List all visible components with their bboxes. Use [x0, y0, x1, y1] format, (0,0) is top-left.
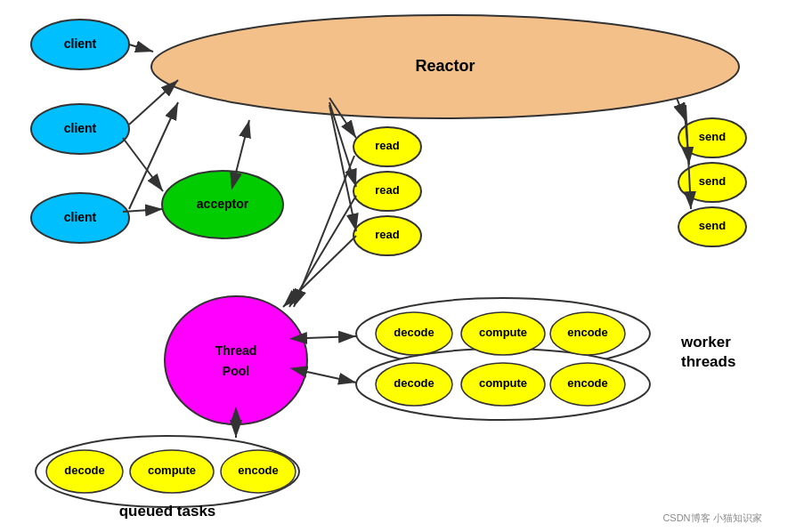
- decode-queued-label: decode: [64, 463, 105, 477]
- thread-pool-label: Thread: [215, 343, 257, 358]
- thread-pool-label2: Pool: [223, 364, 249, 378]
- diagram-svg: Reactor client client client acceptor re…: [0, 0, 812, 532]
- send-label-2: send: [699, 174, 726, 188]
- client-label-1: client: [64, 36, 97, 51]
- worker-threads-label: worker: [680, 334, 731, 351]
- client-label-2: client: [64, 121, 97, 135]
- decode-label-1: decode: [394, 326, 434, 339]
- send-label-3: send: [699, 219, 726, 232]
- svg-line-17: [307, 336, 356, 338]
- svg-line-6: [123, 138, 163, 191]
- encode-label-2: encode: [567, 376, 608, 390]
- read-label-2: read: [375, 183, 400, 197]
- read-label-3: read: [375, 228, 400, 241]
- reactor-label: Reactor: [415, 57, 475, 75]
- svg-line-2: [129, 44, 153, 52]
- client-label-3: client: [64, 210, 97, 224]
- compute-label-2: compute: [479, 376, 527, 390]
- svg-line-18: [307, 372, 356, 383]
- svg-line-10: [329, 105, 356, 231]
- acceptor-label: acceptor: [197, 197, 249, 211]
- encode-queued-label: encode: [238, 463, 279, 477]
- queued-tasks-label: queued tasks: [119, 503, 216, 520]
- svg-line-5: [236, 120, 249, 173]
- svg-line-16: [283, 236, 356, 307]
- encode-label-1: encode: [567, 326, 608, 339]
- compute-queued-label: compute: [148, 463, 196, 477]
- svg-line-7: [123, 209, 163, 212]
- worker-threads-label2: threads: [681, 353, 735, 370]
- thread-pool-node: [165, 296, 307, 424]
- decode-label-2: decode: [394, 376, 434, 390]
- read-label-1: read: [375, 139, 400, 152]
- compute-label-1: compute: [479, 326, 527, 339]
- watermark: CSDN博客 小猫知识家: [662, 512, 761, 523]
- send-label-1: send: [699, 130, 726, 143]
